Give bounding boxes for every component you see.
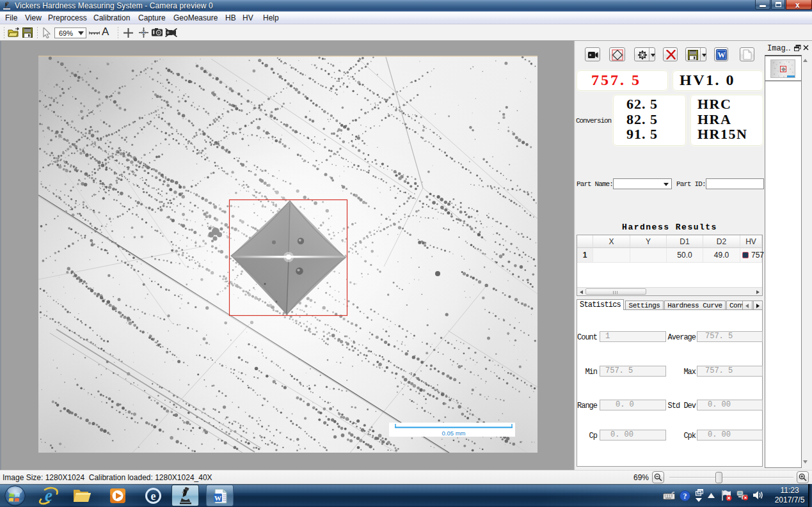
- svg-text:e: e: [151, 490, 156, 503]
- svg-text:0.05 mm: 0.05 mm: [442, 430, 466, 437]
- svg-text:W: W: [718, 51, 726, 59]
- svg-text:W: W: [214, 494, 221, 502]
- svg-text:?: ?: [683, 492, 687, 501]
